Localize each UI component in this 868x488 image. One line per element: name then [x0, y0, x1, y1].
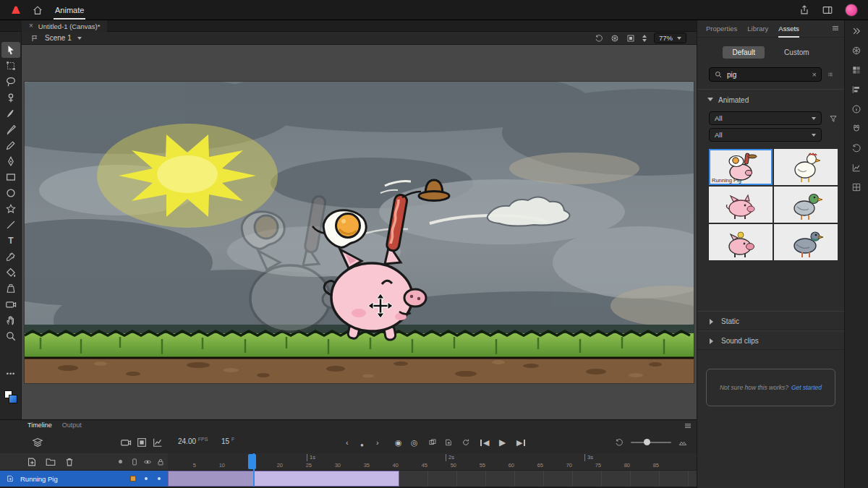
fluid-brush-tool[interactable] [1, 106, 20, 121]
scene-name[interactable]: Scene 1 [45, 34, 72, 42]
category-filter-select[interactable]: All [709, 111, 822, 125]
stage-canvas[interactable] [25, 82, 694, 383]
highlight-column-icon[interactable] [119, 460, 122, 463]
default-mode-button[interactable]: Default [723, 46, 765, 59]
tween-span-before-playhead[interactable] [168, 471, 255, 487]
type-filter-select[interactable]: All [709, 128, 822, 142]
layer-list-icon[interactable] [32, 437, 43, 448]
tab-assets[interactable]: Assets [778, 25, 799, 33]
layer-name[interactable]: Running Pig [20, 475, 58, 483]
color-panel-icon[interactable] [851, 46, 861, 56]
new-folder-button[interactable] [45, 456, 56, 468]
selection-tool[interactable] [1, 42, 20, 58]
new-layer-button[interactable] [26, 456, 38, 468]
layer-frames-row[interactable] [168, 471, 697, 487]
hand-tool[interactable] [1, 312, 20, 328]
rotate-stage-icon[interactable] [595, 34, 603, 43]
history-panel-icon[interactable] [851, 143, 861, 153]
frame-zone[interactable]: 1s 2s 3s 5 10 15 20 25 30 35 40 45 50 55… [168, 453, 697, 487]
pen-tool[interactable] [1, 153, 20, 169]
oval-tool[interactable] [1, 185, 20, 201]
clear-search-icon[interactable]: × [812, 70, 817, 79]
asset-warp-tool[interactable] [1, 90, 20, 106]
layer-visibility-dot[interactable] [145, 477, 148, 480]
close-tab-icon[interactable]: × [29, 22, 33, 30]
frame-graph-icon[interactable] [152, 437, 163, 448]
pasteboard[interactable] [22, 45, 697, 419]
previous-frame-button[interactable]: ◀ [480, 437, 489, 448]
center-stage-icon[interactable] [610, 34, 619, 43]
insert-keyframe-icon[interactable] [444, 438, 453, 447]
onion-skin-outline-icon[interactable]: ◎ [411, 437, 418, 448]
zoom-level-select[interactable]: 77% [654, 33, 686, 43]
edit-toolbar-button[interactable]: ••• [0, 370, 22, 377]
tab-library[interactable]: Library [747, 25, 768, 33]
tab-output[interactable]: Output [62, 421, 82, 429]
layer-color-marker[interactable] [130, 476, 136, 481]
onion-skin-icon[interactable]: ◉ [395, 437, 402, 448]
profile-avatar[interactable] [845, 4, 858, 17]
list-view-toggle-icon[interactable] [827, 70, 833, 79]
classic-brush-tool[interactable] [1, 121, 20, 137]
layer-row-running-pig[interactable]: Running Pig [0, 471, 168, 487]
add-camera-icon[interactable] [120, 437, 132, 448]
frame-ruler[interactable]: 1s 2s 3s 5 10 15 20 25 30 35 40 45 50 55… [168, 453, 697, 471]
align-panel-icon[interactable] [851, 85, 861, 95]
asset-thumbnail-pink-pig[interactable] [709, 187, 773, 223]
line-tool[interactable] [1, 217, 20, 233]
timeline-zoom-slider-knob[interactable] [644, 439, 650, 445]
swatches-panel-icon[interactable] [851, 65, 861, 75]
frame-view-icon[interactable] [678, 438, 687, 447]
static-section-header[interactable]: Static [697, 311, 844, 330]
center-playhead-icon[interactable]: ● [360, 440, 364, 451]
timeline-zoom-slider-track[interactable] [631, 442, 671, 443]
timeline-menu-icon[interactable] [684, 421, 692, 430]
zoom-tool[interactable] [1, 328, 20, 344]
workspace-layout-icon[interactable] [822, 4, 833, 16]
current-frame-display[interactable]: 15 F [221, 437, 234, 445]
camera-tool[interactable] [1, 296, 20, 312]
visibility-column-icon[interactable] [143, 458, 152, 466]
playhead-line[interactable] [253, 453, 255, 487]
outline-column-icon[interactable] [130, 458, 139, 466]
sound-clips-section-header[interactable]: Sound clips [697, 330, 844, 350]
animated-section-header[interactable]: Animated [697, 89, 844, 108]
snap-panel-icon[interactable] [851, 124, 861, 134]
playhead-handle[interactable] [248, 454, 256, 469]
tab-properties[interactable]: Properties [706, 25, 737, 33]
lasso-tool[interactable] [1, 74, 20, 90]
grid-panel-icon[interactable] [851, 182, 861, 192]
document-tab[interactable]: × Untitled-1 (Canvas)* [22, 20, 107, 32]
filter-funnel-icon[interactable] [829, 114, 838, 123]
get-started-link[interactable]: Get started [791, 384, 822, 391]
collapse-panels-icon[interactable] [851, 26, 861, 36]
text-tool[interactable]: T [1, 233, 20, 249]
repeat-icon[interactable] [615, 438, 624, 447]
scene-dropdown-icon[interactable] [77, 37, 82, 42]
step-back-icon[interactable]: ‹ [346, 437, 349, 448]
paint-bucket-tool[interactable] [1, 265, 20, 281]
step-forward-icon[interactable]: › [376, 437, 379, 448]
tween-span-after-playhead[interactable] [255, 471, 399, 487]
lock-column-icon[interactable] [156, 458, 165, 466]
layer-lock-dot[interactable] [158, 477, 161, 480]
asset-thumbnail-cartoon-pigeon[interactable] [774, 187, 838, 223]
polystar-tool[interactable] [1, 201, 20, 217]
info-panel-icon[interactable] [851, 104, 861, 114]
edit-multiple-frames-icon[interactable] [428, 438, 437, 447]
delete-layer-button[interactable] [64, 456, 75, 468]
asset-search-input[interactable]: pig × [709, 67, 822, 82]
stats-panel-icon[interactable] [851, 163, 861, 173]
rectangle-tool[interactable] [1, 169, 20, 185]
clip-content-icon[interactable] [626, 34, 635, 43]
zoom-stepper[interactable] [642, 33, 647, 44]
fill-stroke-swatches[interactable] [4, 390, 17, 403]
home-icon[interactable] [32, 4, 43, 16]
free-transform-tool[interactable] [1, 58, 20, 74]
asset-thumbnail-piggy-pig[interactable] [709, 224, 773, 260]
asset-thumbnail-chicken[interactable] [774, 149, 838, 185]
pencil-tool[interactable] [1, 137, 20, 153]
panel-menu-icon[interactable] [831, 24, 840, 33]
layer-depth-icon[interactable] [136, 437, 148, 448]
asset-thumbnail-running-pig[interactable]: Running Pig [709, 149, 773, 185]
